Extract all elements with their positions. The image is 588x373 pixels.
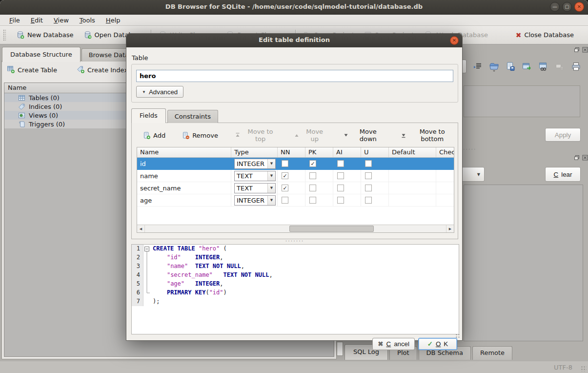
- menu-tools[interactable]: Tools: [74, 16, 101, 25]
- u-checkbox[interactable]: [365, 160, 372, 167]
- line-number: 4: [132, 271, 143, 280]
- apply-button[interactable]: Apply: [545, 128, 581, 142]
- default-cell[interactable]: [389, 158, 436, 170]
- ai-checkbox[interactable]: [337, 172, 344, 179]
- default-cell[interactable]: [389, 182, 436, 194]
- type-combo[interactable]: TEXT▼: [234, 171, 276, 181]
- field-row-id[interactable]: idINTEGER▼✓: [137, 158, 454, 170]
- dialog-titlebar[interactable]: Edit table definition ✕: [126, 34, 462, 47]
- u-checkbox[interactable]: [365, 197, 372, 204]
- check-cell[interactable]: [436, 158, 454, 170]
- set-null-icon[interactable]: [555, 62, 565, 71]
- toolbar-drag-handle[interactable]: [3, 29, 6, 41]
- column-header-pk[interactable]: PK: [305, 147, 333, 157]
- move-to-bottom-button[interactable]: Move to bottom: [398, 127, 458, 143]
- type-combo[interactable]: INTEGER▼: [234, 195, 276, 206]
- ai-checkbox[interactable]: [337, 160, 344, 167]
- chevron-down-icon: ▼: [267, 159, 275, 168]
- column-header-nn[interactable]: NN: [278, 147, 305, 157]
- close-dock-icon[interactable]: [582, 47, 588, 53]
- print-icon[interactable]: [571, 62, 581, 72]
- maximize-button[interactable]: ▢: [562, 2, 572, 12]
- close-button[interactable]: ✕: [574, 2, 584, 12]
- move-down-button[interactable]: Move down: [340, 127, 387, 143]
- field-row-secret_name[interactable]: secret_nameTEXT▼✓: [137, 182, 454, 194]
- scroll-left-arrow-icon[interactable]: ◀: [137, 225, 145, 232]
- dock-splitter-handle[interactable]: ·······: [458, 146, 504, 152]
- default-cell[interactable]: [389, 170, 436, 182]
- nn-checkbox[interactable]: [282, 160, 288, 167]
- dialog-resize-grip[interactable]: [455, 333, 461, 339]
- nn-checkbox-checked[interactable]: ✓: [282, 172, 288, 179]
- remove-button[interactable]: Remove: [179, 131, 221, 140]
- menu-help[interactable]: Help: [101, 16, 126, 25]
- tab-remote[interactable]: Remote: [472, 346, 512, 360]
- fields-table-hscrollbar[interactable]: ◀ ▶: [137, 225, 454, 232]
- dock-controls-bottom: [574, 155, 588, 161]
- nn-checkbox-checked[interactable]: ✓: [282, 185, 288, 191]
- column-header-check[interactable]: Check: [436, 147, 454, 157]
- advanced-button[interactable]: ▼ Advanced: [136, 86, 183, 98]
- column-header-u[interactable]: U: [361, 147, 389, 157]
- fold-marker-icon[interactable]: [143, 245, 151, 253]
- import-text-icon[interactable]: [489, 62, 499, 72]
- add-button[interactable]: Add: [140, 131, 168, 140]
- type-combo[interactable]: TEXT▼: [234, 183, 276, 193]
- format-text-icon[interactable]: [473, 62, 483, 71]
- close-database-button[interactable]: ✖Close Database: [513, 30, 576, 41]
- pk-checkbox[interactable]: [309, 197, 316, 204]
- minimize-button[interactable]: —: [550, 2, 560, 12]
- pk-checkbox[interactable]: [309, 185, 316, 191]
- column-header-type[interactable]: Type: [231, 147, 278, 157]
- tab-fields[interactable]: Fields: [131, 108, 166, 123]
- encoding-indicator: UTF-8: [554, 364, 572, 371]
- move-to-top-button[interactable]: Move to top: [232, 127, 280, 143]
- menu-view[interactable]: View: [48, 16, 74, 25]
- fields-table[interactable]: NameTypeNNPKAIUDefaultCheck idINTEGER▼✓n…: [137, 147, 454, 233]
- sql-splitter-handle[interactable]: ·······: [131, 239, 458, 244]
- titlebar[interactable]: DB Browser for SQLite - /home/user/code/…: [0, 0, 588, 15]
- float-dock-icon[interactable]: [574, 155, 580, 161]
- clear-button[interactable]: Clear: [545, 167, 581, 182]
- type-combo[interactable]: INTEGER▼: [234, 159, 276, 169]
- resize-grip[interactable]: [581, 366, 587, 372]
- tab-database-structure[interactable]: Database Structure: [2, 47, 81, 62]
- check-cell[interactable]: [436, 170, 454, 182]
- move-up-button[interactable]: Move up: [291, 127, 329, 143]
- u-checkbox[interactable]: [365, 185, 372, 191]
- export-text-icon[interactable]: [506, 62, 515, 71]
- ok-button[interactable]: ✓OK: [418, 338, 457, 350]
- pk-checkbox[interactable]: [309, 172, 316, 179]
- field-row-age[interactable]: ageINTEGER▼: [137, 194, 454, 207]
- nn-checkbox[interactable]: [282, 197, 288, 204]
- apply-cell-icon[interactable]: [522, 62, 532, 72]
- menu-edit[interactable]: Edit: [25, 16, 48, 25]
- scroll-right-arrow-icon[interactable]: ▶: [446, 225, 454, 232]
- column-header-name[interactable]: Name: [137, 147, 231, 157]
- pk-checkbox-checked[interactable]: ✓: [309, 160, 316, 167]
- default-cell[interactable]: [389, 194, 436, 207]
- ai-checkbox[interactable]: [337, 197, 344, 204]
- float-dock-icon[interactable]: [574, 47, 580, 53]
- check-cell[interactable]: [436, 182, 454, 194]
- field-row-name[interactable]: nameTEXT▼✓: [137, 170, 454, 182]
- column-header-default[interactable]: Default: [389, 147, 436, 157]
- chevron-down-icon: ▼: [142, 90, 146, 94]
- u-checkbox[interactable]: [365, 172, 372, 179]
- create-index-button[interactable]: Create Index: [77, 65, 128, 75]
- create-table-button[interactable]: Create Table: [7, 65, 57, 75]
- dialog-close-button[interactable]: ✕: [450, 36, 459, 45]
- dialog-title: Edit table definition: [126, 36, 462, 43]
- column-header-ai[interactable]: AI: [333, 147, 361, 157]
- check-cell[interactable]: [436, 194, 454, 207]
- cancel-button[interactable]: ✖Cancel: [372, 338, 415, 350]
- close-dock-icon[interactable]: [582, 155, 588, 161]
- new-database-button[interactable]: New Database: [14, 29, 76, 41]
- menu-file[interactable]: File: [4, 16, 25, 25]
- table-name-input[interactable]: [136, 70, 453, 82]
- tab-constraints[interactable]: Constraints: [167, 110, 218, 123]
- add-field-icon: [143, 132, 150, 139]
- ai-checkbox[interactable]: [337, 185, 344, 191]
- hscrollbar-thumb[interactable]: [289, 226, 374, 232]
- open-url-icon[interactable]: [538, 62, 548, 72]
